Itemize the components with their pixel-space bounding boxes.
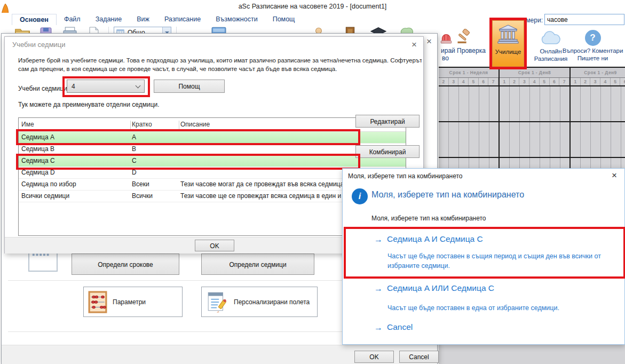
- tab-osnoven[interactable]: Основен: [12, 14, 57, 25]
- option-and-description: Часът ще бъде поставен в същия период и …: [387, 251, 601, 271]
- cloud-icon: [539, 30, 563, 46]
- grid-period-numbers: 234567: [439, 78, 499, 86]
- table-row[interactable]: Седмица C C: [19, 155, 406, 167]
- annotation-box-school: [489, 18, 527, 69]
- arrow-right-icon: →: [374, 284, 383, 294]
- parameters-button[interactable]: Параметри: [83, 287, 183, 317]
- toolbar-label-fragment: во: [442, 54, 449, 62]
- grid-period-number: 4: [600, 78, 611, 85]
- arrow-right-icon: →: [374, 323, 383, 333]
- grid-period-number: 7: [488, 78, 499, 85]
- cancel-button[interactable]: Cancel: [399, 351, 439, 363]
- grid-period-number: 2: [510, 78, 520, 85]
- grid-period-numbers: 123456: [571, 78, 625, 86]
- custom-fields-button-label: Персонализирани полета: [234, 298, 310, 306]
- tab-vizh[interactable]: Виж: [129, 14, 157, 25]
- grid-period-number: 3: [590, 78, 600, 85]
- app-window: aSc Разписание на часовете 2019 - [docum…: [0, 0, 625, 364]
- parameters-button-label: Параметри: [113, 298, 146, 306]
- grid-period-number: 1: [571, 78, 581, 85]
- gavel-check-icon[interactable]: [456, 29, 472, 45]
- option-or-link[interactable]: Седмица A ИЛИ Седмица C: [387, 283, 494, 293]
- col-header-short[interactable]: Кратко: [132, 121, 152, 128]
- grid-period-number: 2: [581, 78, 591, 85]
- dialog-title: Учебни седмици: [12, 41, 66, 49]
- dialog-title: Моля, изберете тип на комбинирането: [348, 172, 463, 180]
- close-icon[interactable]: ×: [612, 172, 617, 179]
- table-header: Име Кратко Описание: [19, 118, 406, 132]
- grid-period-number: 5: [469, 78, 479, 85]
- define-terms-button[interactable]: Определи срокове: [72, 254, 179, 275]
- tab-zadanie[interactable]: Задание: [88, 14, 130, 25]
- grid-period-number: 1: [500, 78, 510, 85]
- grid-period-number: 6: [479, 78, 489, 85]
- grid-period-number: 5: [540, 78, 550, 85]
- close-icon[interactable]: ×: [426, 38, 432, 45]
- grid-period-number: 6: [550, 78, 560, 85]
- weeks-count-value: 4: [72, 83, 75, 90]
- tab-razpisanie[interactable]: Разписание: [157, 14, 208, 25]
- tab-pomosht[interactable]: Помощ: [265, 14, 303, 25]
- siren-icon[interactable]: [440, 30, 453, 45]
- table-row[interactable]: Седмица B B: [19, 144, 406, 155]
- grid-period-number: 7: [559, 78, 569, 85]
- find-input[interactable]: [544, 14, 624, 25]
- option-cancel-link[interactable]: Cancel: [387, 322, 413, 332]
- grid-period-numbers: 1234567: [500, 78, 569, 86]
- window-title: aSc Разписание на часовете 2019 - [docum…: [0, 0, 625, 13]
- abacus-icon: [88, 290, 107, 314]
- option-and-link[interactable]: Седмица A И Седмица C: [387, 234, 483, 244]
- weeks-count-select[interactable]: 4: [67, 80, 145, 93]
- grid-period-number: 6: [620, 78, 625, 85]
- grid-period-number: 3: [449, 78, 459, 85]
- col-header-desc[interactable]: Описание: [180, 121, 210, 128]
- questions-label-line2: Пишете ни: [560, 54, 625, 62]
- tab-vazmozhnosti[interactable]: Възможности: [208, 14, 265, 25]
- table-row[interactable]: Седмица A A: [19, 132, 406, 144]
- arrow-right-icon: →: [374, 235, 383, 244]
- dialog-description: Изберете брой на учебните седмици. Това …: [18, 56, 422, 73]
- toolbar-label-fragment: ирай Проверка: [441, 47, 486, 54]
- option-or-description: Часът ще бъде поставен в една от избрани…: [387, 303, 617, 313]
- notepad-pencil-icon: [206, 290, 228, 314]
- define-weeks-button[interactable]: Определи седмици: [201, 254, 314, 275]
- grid-period-number: 2: [439, 78, 449, 85]
- grid-period-number: 4: [529, 78, 540, 85]
- dialog-subtext: Моля, изберете тип на комбинирането: [371, 215, 486, 222]
- info-icon: i: [352, 188, 368, 204]
- chevron-down-icon: [136, 83, 141, 88]
- tab-fail[interactable]: Файл: [57, 14, 88, 25]
- questions-button[interactable]: ? Въпроси? Коментари Пишете ни: [560, 30, 625, 62]
- grid-period-number: 4: [458, 78, 469, 85]
- dialog-heading: Моля, изберете тип на комбинирането: [371, 190, 524, 200]
- weeks-count-label: Учебни седмици:: [18, 85, 69, 92]
- grid-period-number: 3: [519, 78, 529, 85]
- combine-type-dialog: Моля, изберете тип на комбинирането × i …: [342, 168, 625, 345]
- ok-button[interactable]: OK: [195, 240, 234, 251]
- combine-button[interactable]: Комбинирай: [355, 145, 420, 158]
- grid-period-number: 5: [611, 78, 621, 85]
- help-button[interactable]: Помощ: [154, 80, 225, 93]
- close-icon[interactable]: ×: [412, 41, 417, 49]
- edit-button[interactable]: Редактирай: [355, 115, 420, 128]
- ok-button[interactable]: OK: [354, 351, 394, 363]
- custom-fields-button[interactable]: Персонализирани полета: [201, 287, 318, 317]
- question-mark-icon: ?: [585, 30, 601, 46]
- col-header-name[interactable]: Име: [21, 121, 34, 128]
- rename-hint: Тук можете да преименувате отделни седми…: [18, 101, 160, 108]
- grid-group-title: Срок 1 - Ден9: [571, 68, 625, 78]
- questions-label-line1: Въпроси? Коментари: [560, 47, 625, 54]
- school-dialog-footer: OK Cancel: [2, 345, 437, 364]
